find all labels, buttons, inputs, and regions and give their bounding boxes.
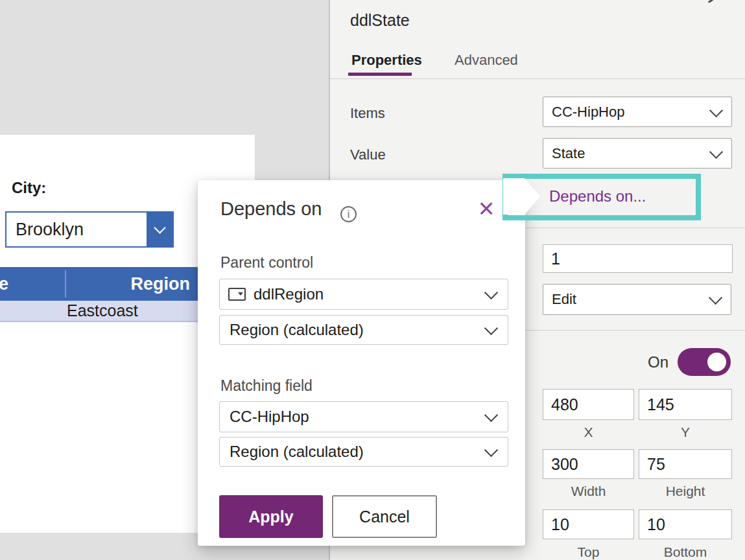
chevron-down-icon <box>484 408 498 422</box>
y-label: Y <box>639 425 732 440</box>
tab-advanced[interactable]: Advanced <box>455 52 518 69</box>
parent-field-value: Region (calculated) <box>220 321 364 339</box>
width-input[interactable] <box>543 449 634 479</box>
display-mode-value: Edit <box>543 291 576 308</box>
bottom-input[interactable] <box>639 509 732 539</box>
chevron-down-icon <box>709 291 722 305</box>
top-label: Top <box>543 544 634 560</box>
height-label: Height <box>639 484 732 499</box>
city-label: City: <box>12 179 46 197</box>
display-mode-dropdown[interactable]: Edit <box>543 284 731 315</box>
active-tab-underline <box>348 73 412 76</box>
matching-field-value: Region (calculated) <box>220 443 364 461</box>
city-dropdown-button[interactable] <box>147 213 172 246</box>
parent-control-label: Parent control <box>220 254 313 272</box>
matching-field-label: Matching field <box>220 377 313 395</box>
city-dropdown[interactable]: Brooklyn <box>5 211 174 248</box>
chevron-down-icon <box>154 222 165 233</box>
toggle-state-label: On <box>648 353 668 371</box>
matching-control-dropdown[interactable]: CC-HipHop <box>219 401 508 432</box>
chevron-down-icon <box>484 321 498 335</box>
top-input[interactable] <box>543 509 634 539</box>
parent-field-dropdown[interactable]: Region (calculated) <box>219 315 508 345</box>
chevron-down-icon <box>484 443 498 457</box>
bottom-label: Bottom <box>639 544 732 560</box>
chevron-down-icon <box>709 103 723 117</box>
cancel-button[interactable]: Cancel <box>332 495 437 538</box>
matching-control-value: CC-HipHop <box>220 408 309 426</box>
apply-button[interactable]: Apply <box>219 495 323 538</box>
panel-divider <box>330 78 745 79</box>
height-input[interactable] <box>639 449 732 479</box>
value-dropdown[interactable]: State <box>543 138 732 169</box>
toggle-knob-icon <box>707 353 726 371</box>
depends-on-dialog: Depends on i × Parent control ddlRegion … <box>198 180 525 546</box>
chevron-down-icon <box>709 145 723 158</box>
items-label: Items <box>350 105 385 122</box>
cropped-icon-artifact <box>705 0 715 3</box>
width-label: Width <box>543 484 634 499</box>
powerapps-studio-view: City: Brooklyn e Region Eastcoast ddlSta… <box>0 0 745 560</box>
value-label: Value <box>350 146 386 163</box>
table-header-region: Region <box>65 274 190 294</box>
matching-field-dropdown[interactable]: Region (calculated) <box>219 437 508 467</box>
close-icon[interactable]: × <box>473 193 500 224</box>
info-icon[interactable]: i <box>340 206 357 222</box>
items-dropdown[interactable]: CC-HipHop <box>543 97 732 127</box>
value-dropdown-value: State <box>543 145 585 162</box>
parent-control-dropdown[interactable]: ddlRegion <box>219 279 508 310</box>
items-dropdown-value: CC-HipHop <box>543 104 624 121</box>
visible-toggle[interactable] <box>678 348 731 376</box>
dialog-title: Depends on <box>220 198 322 220</box>
default-input[interactable] <box>543 244 733 273</box>
parent-control-value: ddlRegion <box>246 285 324 303</box>
x-input[interactable] <box>543 389 634 420</box>
combo-box-icon <box>228 288 246 301</box>
y-input[interactable] <box>639 389 732 420</box>
chevron-down-icon <box>484 286 498 299</box>
city-dropdown-value: Brooklyn <box>6 220 84 240</box>
tab-properties[interactable]: Properties <box>351 52 422 69</box>
x-label: X <box>543 425 634 440</box>
table-cell-region: Eastcoast <box>67 301 138 320</box>
table-header-state-partial: e <box>0 274 8 294</box>
control-name-title: ddlState <box>350 11 410 30</box>
